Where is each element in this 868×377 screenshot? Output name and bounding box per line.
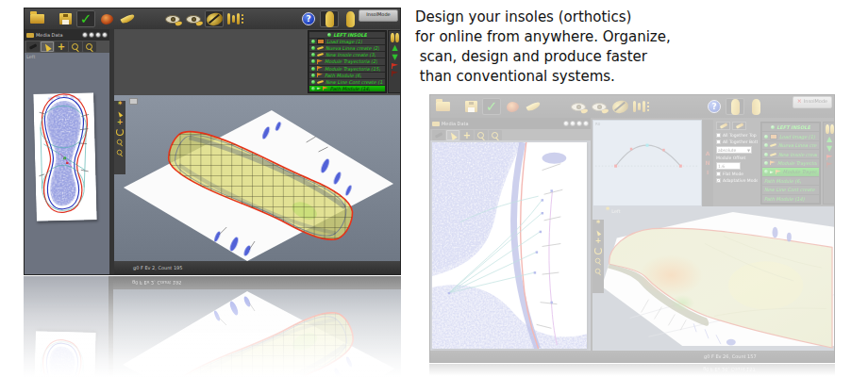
insomode-button[interactable]: InsolMode	[359, 9, 398, 22]
flag-dark-button[interactable]	[826, 162, 833, 168]
rotate-tool[interactable]	[116, 128, 124, 136]
tab-n[interactable]: N	[705, 160, 709, 166]
select-tool[interactable]	[595, 229, 602, 236]
scan-button[interactable]	[97, 10, 116, 27]
add-point-tool[interactable]: +	[55, 41, 68, 52]
flat-mode-checkbox[interactable]: Flat Mode	[716, 172, 758, 176]
scan-panel[interactable]: Left	[25, 53, 109, 274]
tab-i[interactable]: I	[707, 170, 709, 175]
layer-row[interactable]: New Line Cont create (13)	[762, 186, 819, 193]
all-together-bott-checkbox[interactable]: All Together Bott	[716, 139, 758, 144]
module-offset-input[interactable]	[716, 162, 741, 170]
view-right-insole-button[interactable]	[590, 98, 609, 115]
zoom-tool[interactable]	[69, 41, 82, 52]
layer-row[interactable]: New Insole create (3)	[762, 150, 819, 157]
light-tool[interactable]: *	[596, 221, 600, 227]
view-left-insole-button[interactable]	[569, 98, 588, 115]
left-insole-toggle[interactable]	[320, 10, 339, 27]
layer-list-header[interactable]: LEFT INSOLE	[309, 32, 385, 38]
select-tool[interactable]	[117, 110, 124, 117]
profile-tool-button[interactable]	[716, 122, 730, 130]
media-nav-button[interactable]	[82, 32, 88, 38]
light-tool[interactable]: *	[606, 208, 609, 214]
layer-row[interactable]: Path Module (6)	[309, 73, 385, 78]
insole-3d-viewport[interactable]: * Left * +	[593, 206, 834, 351]
layer-row[interactable]: New Line Cont create (13)	[309, 79, 385, 85]
move-down-button[interactable]: ▼	[826, 145, 832, 153]
save-button[interactable]	[56, 10, 75, 27]
media-nav-button[interactable]	[576, 121, 582, 126]
view-right-insole-button[interactable]	[184, 10, 203, 27]
flag-red-button[interactable]	[826, 155, 833, 160]
layer-row[interactable]: Module Trayectoria (2)	[309, 58, 385, 64]
add-tool[interactable]: +	[117, 120, 124, 125]
scan-panel[interactable]	[430, 140, 591, 351]
light-tool[interactable]: *	[118, 103, 122, 108]
layer-row[interactable]: Path Module (14)	[762, 195, 819, 203]
insole-set-button[interactable]	[225, 10, 244, 27]
zoom-in-tool[interactable]	[595, 258, 601, 264]
profile-tool-button[interactable]	[732, 122, 746, 130]
media-nav-button[interactable]	[102, 32, 108, 38]
move-up-button[interactable]: ▲	[392, 44, 397, 52]
media-nav-button[interactable]	[95, 32, 101, 38]
scan-button[interactable]	[503, 98, 522, 115]
layer-row[interactable]: Module Trayectoria (15)	[309, 66, 385, 72]
zoom-in-tool[interactable]	[117, 139, 123, 145]
zoom-tool[interactable]	[475, 130, 488, 140]
adaptative-mode-checkbox[interactable]: ✓Adaptative Mode	[716, 178, 758, 183]
select-tool[interactable]	[41, 41, 54, 52]
right-insole-toggle[interactable]	[746, 98, 765, 115]
layer-row[interactable]: Nueva Linea create (2)	[762, 141, 819, 149]
pen-tool[interactable]	[26, 41, 40, 52]
insole-3d-viewport[interactable]: * +	[114, 95, 400, 263]
save-button[interactable]	[461, 98, 480, 115]
move-down-button[interactable]: ▼	[392, 54, 397, 61]
layer-row[interactable]: Load Image (1)	[309, 39, 385, 44]
tab-a[interactable]: A	[706, 151, 710, 156]
all-together-top-checkbox[interactable]: All Together Top	[716, 133, 758, 138]
add-point-tool[interactable]: +	[460, 130, 474, 140]
render-mode-button[interactable]	[610, 98, 629, 115]
arch-profile-canvas[interactable]: R0	[593, 120, 702, 206]
flag-red-button[interactable]	[392, 63, 398, 69]
render-mode-button[interactable]	[205, 10, 224, 27]
media-nav-button[interactable]	[570, 121, 576, 126]
flag-dark-button[interactable]	[392, 71, 398, 76]
mode-dropdown[interactable]: absolute▼	[716, 146, 752, 154]
help-button[interactable]: ?	[299, 10, 318, 27]
viewport-corner-widget[interactable]	[129, 98, 138, 105]
insole-set-button[interactable]	[631, 98, 650, 115]
layer-row-selected[interactable]: ►Module Trayectoria (15)	[762, 168, 819, 175]
layer-row[interactable]: Nueva Linea create (2)	[309, 45, 385, 51]
zoom-out-tool[interactable]	[595, 269, 601, 274]
rotate-tool[interactable]	[594, 247, 602, 254]
insomode-button[interactable]: ×InsolMode	[793, 96, 832, 108]
layer-row[interactable]: Path Module (6)	[762, 177, 819, 185]
zoom-edit-tool[interactable]	[489, 130, 502, 140]
layer-row[interactable]: Module Trayectoria (2)	[762, 159, 819, 167]
cut-tool-button[interactable]	[118, 10, 137, 27]
select-tool[interactable]	[446, 130, 459, 140]
confirm-button[interactable]: ✓	[482, 98, 501, 115]
layer-list-header[interactable]: LEFT INSOLE	[762, 123, 819, 131]
media-nav-button[interactable]	[563, 121, 569, 126]
insole-pair-button[interactable]	[391, 33, 399, 42]
cut-tool-button[interactable]	[524, 98, 542, 115]
zoom-edit-tool[interactable]	[83, 41, 96, 52]
media-nav-button[interactable]	[583, 121, 589, 126]
left-insole-toggle[interactable]	[726, 98, 744, 115]
view-left-insole-button[interactable]	[163, 10, 182, 27]
add-tool[interactable]: +	[595, 238, 602, 244]
move-up-button[interactable]: ▲	[826, 136, 832, 143]
pen-tool[interactable]	[432, 130, 445, 140]
media-nav-button[interactable]	[89, 32, 94, 38]
layer-row[interactable]: New Insole create (3)	[309, 52, 385, 57]
zoom-out-tool[interactable]	[117, 150, 123, 156]
insole-pair-button[interactable]	[826, 124, 834, 134]
help-button[interactable]: ?	[705, 98, 724, 115]
layer-row-selected[interactable]: ►Path Module (14)	[309, 86, 385, 91]
open-file-button[interactable]	[433, 98, 452, 115]
confirm-button[interactable]: ✓	[76, 10, 95, 27]
open-file-button[interactable]	[27, 10, 46, 27]
